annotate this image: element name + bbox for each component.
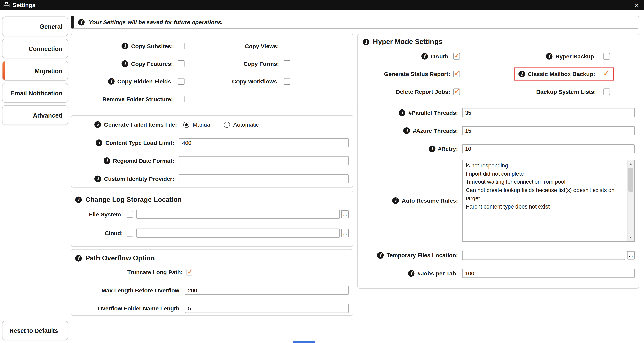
titlebar: Settings ✕ (0, 0, 644, 10)
jobs-per-tab-input[interactable] (462, 269, 634, 278)
hyper-mode-panel: Hyper Mode Settings OAuth: Hyper Backup:… (357, 34, 639, 288)
auto-resume-rules-label: Auto Resume Rules: (362, 197, 458, 204)
file-system-path-input[interactable] (136, 210, 340, 219)
azure-threads-input[interactable] (462, 126, 634, 135)
tab-email-notification[interactable]: Email Notification (2, 83, 68, 103)
cloud-label: Cloud: (75, 230, 123, 236)
copy-features-checkbox[interactable] (178, 60, 184, 67)
parallel-threads-row: #Parallel Threads: (358, 104, 639, 122)
classic-mailbox-backup-highlight: Classic Mailbox Backup: (514, 67, 614, 80)
oauth-checkbox[interactable] (454, 53, 460, 60)
copy-options-panel: Copy Subsites: Copy Views: Copy Features… (71, 34, 353, 110)
max-length-before-overflow-input[interactable] (185, 286, 349, 295)
overflow-folder-name-length-label: Overflow Folder Name Length: (75, 305, 181, 312)
temporary-files-browse-button[interactable]: ... (627, 251, 635, 259)
window-title: Settings (13, 2, 36, 8)
info-icon (421, 53, 428, 60)
cloud-row: Cloud: ... (71, 224, 353, 243)
hyper-backup-checkbox[interactable] (603, 53, 610, 60)
classic-mailbox-backup-label: Classic Mailbox Backup: (518, 71, 595, 77)
backup-system-lists-checkbox[interactable] (603, 88, 610, 95)
custom-identity-provider-label: Custom Identity Provider: (75, 176, 174, 182)
change-log-panel: Change Log Storage Location File System:… (71, 191, 353, 247)
remove-folder-structure-checkbox[interactable] (178, 96, 184, 102)
file-system-checkbox[interactable] (127, 211, 133, 218)
close-icon[interactable]: ✕ (632, 2, 641, 8)
backup-system-lists-cell: Backup System Lists: (497, 88, 610, 95)
cloud-browse-button[interactable]: ... (342, 229, 349, 237)
info-icon (78, 19, 84, 26)
parallel-threads-label: #Parallel Threads: (362, 109, 458, 116)
tab-migration-label: Migration (35, 67, 62, 74)
temporary-files-location-label: Temporary Files Location: (362, 252, 458, 259)
content-type-load-limit-label: Content Type Load Limit: (75, 139, 174, 146)
backup-system-lists-label: Backup System Lists: (497, 88, 596, 95)
automatic-radio-label: Automatic (233, 121, 259, 128)
copy-workflows-label: Copy Workflows: (201, 78, 279, 85)
retry-input[interactable] (462, 144, 634, 153)
delete-report-jobs-checkbox[interactable] (454, 88, 460, 95)
content-type-load-limit-row: Content Type Load Limit: (71, 134, 353, 152)
content-type-load-limit-input[interactable] (179, 138, 349, 147)
azure-threads-label: #Azure Threads: (362, 127, 458, 134)
retry-label: #Retry: (362, 146, 458, 152)
classic-mailbox-backup-cell: Classic Mailbox Backup: (514, 71, 610, 77)
copy-options-row: Remove Folder Structure: (71, 90, 353, 108)
azure-threads-row: #Azure Threads: (358, 122, 639, 140)
generate-status-report-checkbox[interactable] (454, 71, 460, 77)
copy-views-checkbox[interactable] (284, 43, 290, 49)
info-icon (377, 252, 384, 259)
tab-general-label: General (40, 23, 62, 30)
info-banner: Your Settings will be saved for future o… (71, 16, 639, 29)
regional-date-format-input[interactable] (179, 156, 349, 165)
copy-forms-checkbox[interactable] (284, 60, 290, 67)
oauth-hyper-backup-row: OAuth: Hyper Backup: (358, 47, 639, 65)
banner-text: Your Settings will be saved for future o… (89, 19, 222, 26)
tab-advanced[interactable]: Advanced (2, 105, 68, 125)
automatic-radio[interactable] (224, 122, 230, 128)
tab-general[interactable]: General (2, 17, 68, 36)
copy-hidden-fields-checkbox[interactable] (178, 78, 184, 85)
info-icon (75, 196, 82, 203)
copy-subsites-checkbox[interactable] (178, 43, 184, 49)
overflow-folder-name-length-input[interactable] (185, 304, 349, 313)
auto-resume-rules-textarea[interactable]: is not responding Import did not complet… (462, 160, 634, 242)
change-log-title: Change Log Storage Location (71, 191, 353, 205)
general-fields-panel: Generate Failed Items File: Manual Autom… (71, 115, 353, 188)
overflow-folder-name-length-row: Overflow Folder Name Length: (71, 299, 353, 317)
file-system-browse-button[interactable]: ... (342, 210, 349, 218)
classic-mailbox-backup-checkbox[interactable] (602, 71, 609, 77)
manual-radio[interactable] (183, 122, 189, 128)
file-system-row: File System: ... (71, 205, 353, 224)
info-icon (429, 146, 435, 152)
settings-toolbox-icon (3, 2, 10, 8)
hyper-backup-cell: Hyper Backup: (497, 53, 610, 60)
auto-resume-rules-text: is not responding Import did not complet… (466, 162, 625, 240)
jobs-per-tab-label: #Jobs per Tab: (362, 270, 458, 277)
copy-forms-label: Copy Forms: (201, 60, 279, 67)
truncate-long-path-row: Truncate Long Path: (71, 263, 353, 281)
reset-to-defaults-button[interactable]: Reset to Defaults (2, 321, 68, 340)
scrollbar[interactable]: ▲ ▼ (627, 160, 634, 241)
custom-identity-provider-input[interactable] (179, 174, 349, 183)
regional-date-format-label: Regional Date Format: (75, 157, 174, 164)
info-icon (122, 60, 128, 67)
scrollbar-thumb[interactable] (628, 168, 633, 192)
tab-migration[interactable]: Migration (2, 61, 68, 81)
taskbar-peek (293, 341, 315, 343)
cloud-checkbox[interactable] (127, 230, 133, 236)
copy-views-label: Copy Views: (201, 43, 279, 49)
info-icon (399, 109, 406, 116)
tab-connection[interactable]: Connection (2, 39, 68, 59)
temporary-files-location-input[interactable] (462, 251, 625, 260)
truncate-long-path-checkbox[interactable] (186, 269, 193, 276)
file-system-label: File System: (75, 211, 123, 218)
info-icon (404, 127, 410, 134)
scroll-up-arrow[interactable]: ▲ (628, 161, 634, 167)
copy-workflows-checkbox[interactable] (284, 78, 290, 85)
info-icon (392, 197, 399, 204)
info-icon (94, 121, 101, 128)
scroll-down-arrow[interactable]: ▼ (628, 234, 634, 241)
parallel-threads-input[interactable] (462, 108, 634, 117)
cloud-path-input[interactable] (136, 229, 340, 238)
